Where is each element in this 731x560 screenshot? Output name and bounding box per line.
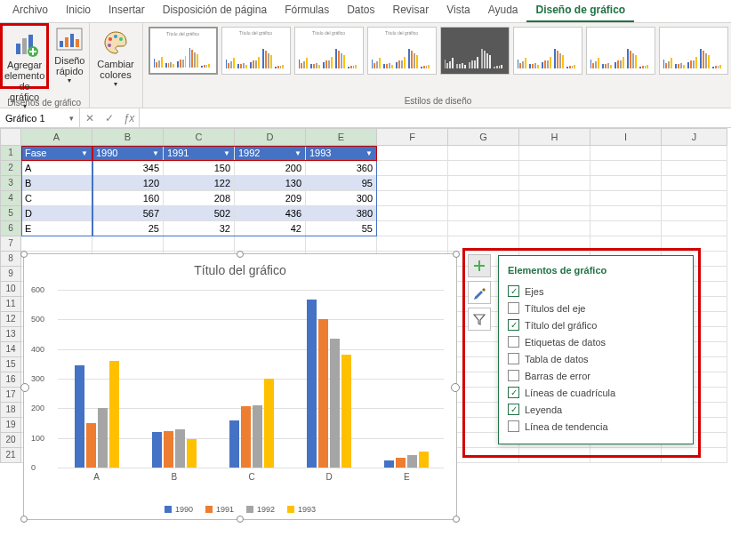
flyout-option[interactable]: Tabla de datos xyxy=(508,350,684,367)
cell[interactable] xyxy=(92,236,164,252)
row-header[interactable]: 10 xyxy=(0,282,21,297)
quick-layout-button[interactable]: Diseño rápido ▾ xyxy=(51,23,88,86)
cell[interactable]: 300 xyxy=(306,191,377,206)
cell[interactable] xyxy=(306,236,377,252)
cell[interactable]: 160 xyxy=(92,191,164,206)
chart-bar[interactable] xyxy=(152,432,162,468)
cell[interactable]: 436 xyxy=(235,206,306,221)
chart-title[interactable]: Título del gráfico xyxy=(24,254,456,283)
cell[interactable] xyxy=(377,206,448,221)
flyout-option[interactable]: Etiquetas de datos xyxy=(508,333,684,350)
chart-style-thumb[interactable] xyxy=(440,27,510,75)
tab-archivo[interactable]: Archivo xyxy=(4,0,57,22)
column-header[interactable]: A xyxy=(21,128,92,146)
cell[interactable]: E xyxy=(21,221,92,236)
tab-revisar[interactable]: Revisar xyxy=(384,0,438,22)
row-header[interactable]: 11 xyxy=(0,297,21,312)
cell[interactable] xyxy=(519,161,590,176)
row-header[interactable]: 18 xyxy=(0,403,21,418)
cell[interactable] xyxy=(519,146,590,161)
chart-bar[interactable] xyxy=(341,355,351,468)
column-header[interactable]: D xyxy=(235,128,306,146)
cell[interactable]: 1991▼ xyxy=(164,146,235,161)
checkbox[interactable]: ✓ xyxy=(508,285,519,297)
formula-input[interactable] xyxy=(140,108,731,127)
cell[interactable] xyxy=(519,191,590,206)
tab-insertar[interactable]: Insertar xyxy=(100,0,154,22)
chart-bar[interactable] xyxy=(264,379,274,468)
chart-bar[interactable] xyxy=(187,439,197,468)
flyout-option[interactable]: Línea de tendencia xyxy=(508,418,684,435)
cell[interactable]: 42 xyxy=(235,221,306,236)
row-header[interactable]: 21 xyxy=(0,448,21,463)
column-header[interactable]: F xyxy=(377,128,448,146)
cell[interactable]: 1993▼ xyxy=(306,146,377,161)
cell[interactable]: 360 xyxy=(306,161,377,176)
tab-disposición-de-página[interactable]: Disposición de página xyxy=(154,0,276,22)
cell[interactable] xyxy=(377,191,448,206)
chart-style-thumb[interactable]: Título del gráfico xyxy=(367,27,437,75)
row-header[interactable]: 9 xyxy=(0,267,21,282)
row-header[interactable]: 3 xyxy=(0,176,21,191)
chart-bar[interactable] xyxy=(98,408,108,468)
chart-plot-area[interactable]: 0100200300400500600ABCDE xyxy=(58,290,444,468)
add-chart-element-button[interactable]: Agregar elemento de gráfico ▾ xyxy=(0,23,49,89)
checkbox[interactable] xyxy=(508,302,519,314)
row-header[interactable]: 20 xyxy=(0,433,21,448)
checkbox[interactable]: ✓ xyxy=(508,319,519,331)
cell[interactable] xyxy=(164,236,235,252)
cell[interactable] xyxy=(662,161,727,176)
chart-style-thumb[interactable]: Título del gráfico xyxy=(221,27,291,75)
checkbox[interactable] xyxy=(508,370,519,381)
cell[interactable]: Fase▼ xyxy=(21,146,92,161)
cell[interactable]: 130 xyxy=(235,176,306,191)
chart-bar[interactable] xyxy=(86,423,96,468)
chart-bar[interactable] xyxy=(75,365,84,468)
cell[interactable] xyxy=(662,221,727,236)
change-colors-button[interactable]: Cambiar colores ▾ xyxy=(93,27,138,90)
chart-bar[interactable] xyxy=(109,361,119,468)
cell[interactable] xyxy=(377,236,448,252)
column-header[interactable]: I xyxy=(590,128,662,146)
cell[interactable] xyxy=(590,146,662,161)
flyout-option[interactable]: Barras de error xyxy=(508,367,684,384)
cell[interactable] xyxy=(590,191,662,206)
cell[interactable] xyxy=(377,176,448,191)
cell[interactable]: 1990▼ xyxy=(92,146,164,161)
row-header[interactable]: 14 xyxy=(0,342,21,357)
chart-bar[interactable] xyxy=(419,452,429,468)
tab-vista[interactable]: Vista xyxy=(438,0,478,22)
column-header[interactable]: H xyxy=(519,128,590,146)
legend-item[interactable]: 1992 xyxy=(246,505,275,514)
cell[interactable]: 120 xyxy=(92,176,164,191)
chart-bar[interactable] xyxy=(164,431,173,468)
legend-item[interactable]: 1991 xyxy=(205,505,234,514)
cell[interactable]: 55 xyxy=(306,221,377,236)
column-header[interactable]: B xyxy=(92,128,164,146)
legend-item[interactable]: 1993 xyxy=(287,505,316,514)
checkbox[interactable]: ✓ xyxy=(508,387,519,398)
chart-bar[interactable] xyxy=(396,458,406,468)
flyout-option[interactable]: ✓Título del gráfico xyxy=(508,316,684,333)
tab-inicio[interactable]: Inicio xyxy=(57,0,100,22)
cell[interactable]: 380 xyxy=(306,206,377,221)
cell[interactable]: C xyxy=(21,191,92,206)
flyout-option[interactable]: ✓Ejes xyxy=(508,283,684,300)
checkbox[interactable] xyxy=(508,353,519,364)
checkbox[interactable]: ✓ xyxy=(508,404,519,415)
cell[interactable]: 209 xyxy=(235,191,306,206)
cell[interactable] xyxy=(662,146,727,161)
row-header[interactable]: 2 xyxy=(0,161,21,176)
cell[interactable]: 122 xyxy=(164,176,235,191)
cell[interactable] xyxy=(519,176,590,191)
cell[interactable] xyxy=(448,161,519,176)
cell[interactable] xyxy=(519,206,590,221)
chart-bar[interactable] xyxy=(241,406,251,468)
select-all-corner[interactable] xyxy=(0,128,21,146)
checkbox[interactable] xyxy=(508,420,519,432)
chart-style-thumb[interactable] xyxy=(659,27,728,75)
cell[interactable] xyxy=(590,161,662,176)
column-header[interactable]: E xyxy=(306,128,377,146)
tab-datos[interactable]: Datos xyxy=(338,0,383,22)
chart-bar[interactable] xyxy=(253,405,262,468)
